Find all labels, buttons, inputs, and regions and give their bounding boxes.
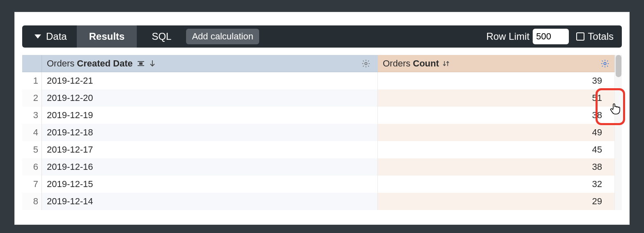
tab-data[interactable]: Data: [30, 25, 77, 48]
add-calculation-label: Add calculation: [192, 31, 253, 41]
cell-created-date[interactable]: 2019-12-15: [42, 176, 378, 193]
cell-created-date[interactable]: 2019-12-19: [42, 107, 378, 124]
scroll-gutter: [614, 176, 622, 193]
row-number: 5: [22, 141, 42, 158]
scrollbar-thumb[interactable]: [616, 55, 621, 77]
cell-count[interactable]: 51: [378, 89, 614, 107]
row-number: 3: [22, 107, 42, 124]
tab-data-label: Data: [46, 31, 67, 42]
cell-created-date[interactable]: 2019-12-21: [42, 72, 378, 89]
header-created-date[interactable]: Orders Created Date: [42, 55, 378, 72]
results-table: Orders Created Date Orders Count: [22, 55, 622, 210]
scroll-gutter: [614, 124, 622, 141]
cell-created-date[interactable]: 2019-12-16: [42, 158, 378, 176]
tab-sql-label: SQL: [152, 31, 171, 42]
table-row: 82019-12-1429: [22, 193, 622, 210]
cell-count[interactable]: 38: [378, 107, 614, 124]
table-row: 72019-12-1532: [22, 176, 622, 193]
table-row: 32019-12-1938: [22, 107, 622, 124]
header-date-field: Created Date: [77, 58, 133, 69]
table-row: 62019-12-1638: [22, 158, 622, 176]
cell-count[interactable]: 39: [378, 72, 614, 89]
header-count-prefix: Orders: [383, 58, 410, 69]
row-number: 6: [22, 158, 42, 176]
scrollbar-track[interactable]: [614, 55, 622, 72]
svg-rect-2: [139, 62, 143, 65]
gear-icon[interactable]: [600, 59, 610, 68]
cell-count[interactable]: 32: [378, 176, 614, 193]
cell-count[interactable]: 49: [378, 124, 614, 141]
totals-toggle[interactable]: Totals: [576, 31, 614, 42]
tab-results[interactable]: Results: [77, 25, 137, 48]
pivot-icon[interactable]: [137, 60, 145, 67]
sort-desc-icon[interactable]: [149, 59, 156, 68]
add-calculation-button[interactable]: Add calculation: [186, 29, 259, 44]
header-count-field: Count: [413, 58, 439, 69]
results-panel: Data Results SQL Add calculation Row Lim…: [14, 12, 630, 225]
row-limit-input[interactable]: [533, 29, 569, 44]
totals-checkbox[interactable]: [576, 32, 584, 41]
scroll-gutter: [614, 193, 622, 210]
header-rownum: [22, 55, 42, 72]
header-count[interactable]: Orders Count: [378, 55, 614, 72]
row-limit-label: Row Limit: [486, 31, 529, 42]
data-toolbar: Data Results SQL Add calculation Row Lim…: [22, 25, 622, 48]
tab-results-label: Results: [89, 31, 125, 42]
cell-created-date[interactable]: 2019-12-18: [42, 124, 378, 141]
row-number: 7: [22, 176, 42, 193]
scroll-gutter: [614, 89, 622, 107]
svg-point-4: [365, 62, 367, 65]
table-header-row: Orders Created Date Orders Count: [22, 55, 622, 72]
scroll-gutter: [614, 107, 622, 124]
cell-count[interactable]: 38: [378, 158, 614, 176]
table-row: 42019-12-1849: [22, 124, 622, 141]
scroll-gutter: [614, 141, 622, 158]
table-row: 12019-12-2139: [22, 72, 622, 89]
gear-icon[interactable]: [361, 59, 370, 68]
caret-down-icon: [34, 34, 41, 39]
row-number: 4: [22, 124, 42, 141]
row-number: 2: [22, 89, 42, 107]
cell-count[interactable]: 45: [378, 141, 614, 158]
row-number: 8: [22, 193, 42, 210]
sort-icon[interactable]: [442, 60, 450, 67]
cell-count[interactable]: 29: [378, 193, 614, 210]
totals-label: Totals: [588, 31, 614, 42]
scroll-gutter: [614, 158, 622, 176]
tab-sql[interactable]: SQL: [137, 25, 186, 48]
row-number: 1: [22, 72, 42, 89]
header-date-prefix: Orders: [47, 58, 74, 69]
table-row: 22019-12-2051: [22, 89, 622, 107]
cell-created-date[interactable]: 2019-12-20: [42, 89, 378, 107]
cell-created-date[interactable]: 2019-12-14: [42, 193, 378, 210]
svg-point-7: [604, 62, 606, 65]
cell-created-date[interactable]: 2019-12-17: [42, 141, 378, 158]
table-row: 52019-12-1745: [22, 141, 622, 158]
